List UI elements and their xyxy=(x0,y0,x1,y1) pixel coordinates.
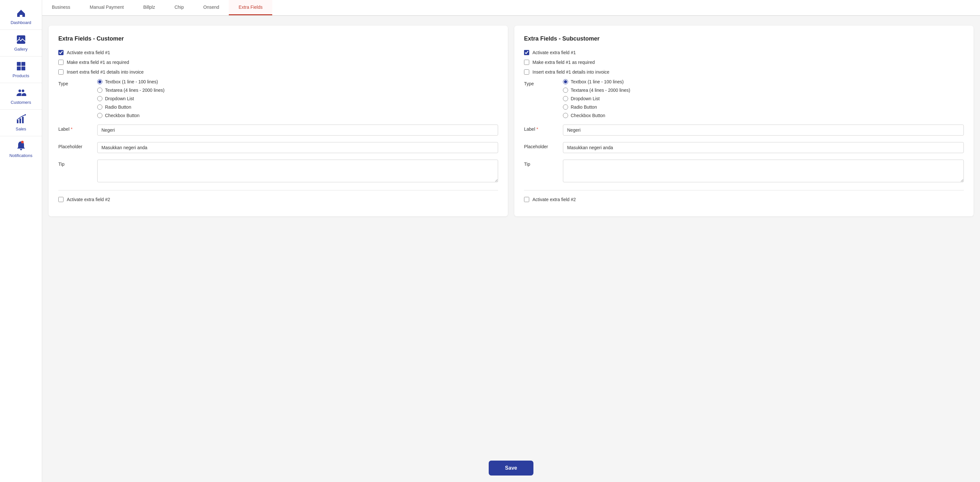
sub-insert-invoice-row: Insert extra field #1 details into invoi… xyxy=(524,69,964,75)
save-button[interactable]: Save xyxy=(489,461,533,476)
radio-radio-label[interactable]: Radio Button xyxy=(105,104,131,110)
sidebar-item-products[interactable]: Products xyxy=(0,56,42,83)
sub-tip-input[interactable] xyxy=(563,160,964,182)
sidebar-item-sales-label: Sales xyxy=(16,126,26,131)
sub-panel-divider xyxy=(524,190,964,190)
radio-checkbox-input[interactable] xyxy=(97,113,102,118)
label-input-wrap xyxy=(97,124,498,136)
placeholder-input[interactable] xyxy=(97,142,498,153)
sub-radio-radio-input[interactable] xyxy=(563,104,568,110)
tab-business[interactable]: Business xyxy=(42,0,80,15)
svg-point-7 xyxy=(22,89,24,92)
tip-input[interactable] xyxy=(97,160,498,182)
sub-make-required-label[interactable]: Make extra field #1 as required xyxy=(533,60,595,65)
activate-field2-label[interactable]: Activate extra field #2 xyxy=(67,197,110,202)
sub-radio-textarea-input[interactable] xyxy=(563,88,568,93)
sub-radio-textbox-input[interactable] xyxy=(563,79,568,85)
sales-icon xyxy=(16,114,26,124)
insert-invoice-checkbox[interactable] xyxy=(58,69,64,75)
sub-radio-textarea-label[interactable]: Textarea (4 lines - 2000 lines) xyxy=(571,88,630,93)
sub-insert-invoice-label[interactable]: Insert extra field #1 details into invoi… xyxy=(533,69,609,75)
sub-tip-input-wrap xyxy=(563,160,964,184)
sub-make-required-checkbox[interactable] xyxy=(524,60,529,65)
sub-placeholder-input[interactable] xyxy=(563,142,964,153)
sidebar-item-sales[interactable]: Sales xyxy=(0,110,42,136)
radio-dropdown: Dropdown List xyxy=(97,96,165,101)
sub-radio-dropdown-input[interactable] xyxy=(563,96,568,101)
activate-field2-row: Activate extra field #2 xyxy=(58,197,498,202)
subcustomer-panel: Extra Fields - Subcustomer Activate extr… xyxy=(514,26,974,216)
radio-textbox-label[interactable]: Textbox (1 line - 100 lines) xyxy=(105,79,158,85)
tab-billplz[interactable]: Billplz xyxy=(134,0,165,15)
sub-radio-radio-btn: Radio Button xyxy=(563,104,630,110)
sub-type-label: Type xyxy=(524,79,557,86)
customers-icon xyxy=(16,88,26,98)
sub-label-input[interactable] xyxy=(563,124,964,136)
radio-textarea-label[interactable]: Textarea (4 lines - 2000 lines) xyxy=(105,88,165,93)
placeholder-field-label: Placeholder xyxy=(58,142,91,149)
sidebar-item-customers[interactable]: Customers xyxy=(0,83,42,110)
sub-radio-checkbox-label[interactable]: Checkbox Button xyxy=(571,113,605,118)
activate-field1-checkbox[interactable] xyxy=(58,50,64,55)
sub-radio-dropdown-label[interactable]: Dropdown List xyxy=(571,96,600,101)
sub-radio-dropdown: Dropdown List xyxy=(563,96,630,101)
tab-extra-fields[interactable]: Extra Fields xyxy=(229,0,272,15)
sidebar-item-notifications[interactable]: Notifications xyxy=(0,136,42,163)
svg-point-1 xyxy=(19,37,21,39)
tip-row: Tip xyxy=(58,160,498,184)
sub-radio-checkbox-input[interactable] xyxy=(563,113,568,118)
activate-field1-label[interactable]: Activate extra field #1 xyxy=(67,50,110,55)
radio-radio-input[interactable] xyxy=(97,104,102,110)
sub-activate-field1-checkbox[interactable] xyxy=(524,50,529,55)
placeholder-input-wrap xyxy=(97,142,498,153)
label-field-label: Label * xyxy=(58,124,91,132)
tab-bar: Business Manual Payment Billplz Chip Ons… xyxy=(42,0,980,16)
label-required-star: * xyxy=(69,126,72,132)
gallery-icon xyxy=(16,34,26,45)
sub-activate-field2-row: Activate extra field #2 xyxy=(524,197,964,202)
svg-rect-3 xyxy=(21,62,25,66)
make-required-checkbox[interactable] xyxy=(58,60,64,65)
insert-invoice-label[interactable]: Insert extra field #1 details into invoi… xyxy=(67,69,143,75)
svg-rect-2 xyxy=(17,62,21,66)
sub-label-input-wrap xyxy=(563,124,964,136)
sub-placeholder-input-wrap xyxy=(563,142,964,153)
make-required-label[interactable]: Make extra field #1 as required xyxy=(67,60,129,65)
insert-invoice-row: Insert extra field #1 details into invoi… xyxy=(58,69,498,75)
activate-field1-row: Activate extra field #1 xyxy=(58,50,498,55)
radio-textbox: Textbox (1 line - 100 lines) xyxy=(97,79,165,85)
make-required-row: Make extra field #1 as required xyxy=(58,60,498,65)
sub-activate-field1-label[interactable]: Activate extra field #1 xyxy=(533,50,576,55)
products-icon xyxy=(16,61,26,71)
sub-activate-field2-checkbox[interactable] xyxy=(524,197,529,202)
sidebar-item-gallery-label: Gallery xyxy=(14,47,27,51)
svg-point-6 xyxy=(19,89,21,92)
activate-field2-checkbox[interactable] xyxy=(58,197,64,202)
sub-radio-textbox-label[interactable]: Textbox (1 line - 100 lines) xyxy=(571,79,624,85)
dashboard-icon xyxy=(16,8,26,18)
customer-panel: Extra Fields - Customer Activate extra f… xyxy=(49,26,508,216)
tab-chip[interactable]: Chip xyxy=(165,0,194,15)
svg-rect-9 xyxy=(19,118,21,123)
sub-insert-invoice-checkbox[interactable] xyxy=(524,69,529,75)
radio-checkbox-label[interactable]: Checkbox Button xyxy=(105,113,140,118)
sub-label-row: Label * xyxy=(524,124,964,136)
sidebar-item-gallery[interactable]: Gallery xyxy=(0,30,42,56)
radio-textbox-input[interactable] xyxy=(97,79,102,85)
notifications-icon xyxy=(16,141,26,151)
sub-radio-checkbox-btn: Checkbox Button xyxy=(563,113,630,118)
radio-dropdown-input[interactable] xyxy=(97,96,102,101)
sub-label-required-star: * xyxy=(535,126,538,132)
sub-activate-field2-label[interactable]: Activate extra field #2 xyxy=(533,197,576,202)
tab-manual-payment[interactable]: Manual Payment xyxy=(80,0,134,15)
sub-radio-radio-label[interactable]: Radio Button xyxy=(571,104,597,110)
tip-field-label: Tip xyxy=(58,160,91,167)
radio-dropdown-label[interactable]: Dropdown List xyxy=(105,96,134,101)
sub-activate-field1-row: Activate extra field #1 xyxy=(524,50,964,55)
sidebar-item-dashboard[interactable]: Dashboard xyxy=(0,3,42,30)
customer-panel-title: Extra Fields - Customer xyxy=(58,35,498,42)
tab-onsend[interactable]: Onsend xyxy=(194,0,229,15)
radio-textarea-input[interactable] xyxy=(97,88,102,93)
label-input[interactable] xyxy=(97,124,498,136)
panel-divider xyxy=(58,190,498,190)
